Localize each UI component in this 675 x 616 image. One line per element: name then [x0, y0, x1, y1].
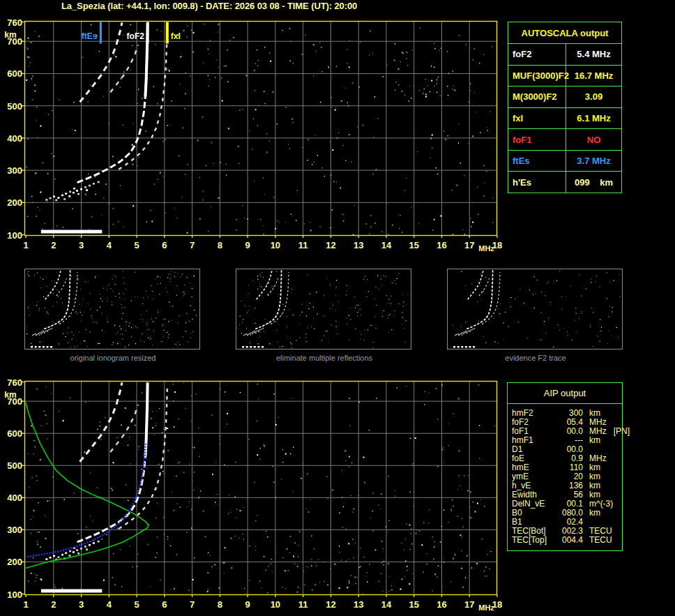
e-region-echo [57, 556, 59, 558]
y-axis-tick-200: 200 [1, 557, 22, 567]
y-axis-tick-300: 300 [1, 525, 22, 535]
x-axis-tick-11: 11 [293, 240, 314, 250]
x-axis-tick-8: 8 [209, 599, 230, 610]
x-axis-tick-8: 8 [209, 240, 230, 250]
x-axis-tick-10: 10 [265, 599, 286, 610]
e-region-echo [65, 553, 67, 555]
autoscala-output-rows: foF25.4 MHzMUF(3000)F216.7 MHzM(3000)F23… [508, 44, 621, 193]
x-axis-tick-3: 3 [71, 599, 92, 610]
x-axis-tick-15: 15 [404, 599, 425, 610]
main-ionogram-plot-area: ftEsfoF2fxI [24, 21, 497, 236]
x-axis-tick-14: 14 [376, 599, 397, 610]
autoscala-param-label: fxI [508, 108, 566, 129]
autoscala-param-value: 5.4 MHz [566, 44, 621, 65]
aip-row-TECTop: TEC[Top]004.4TECU [508, 536, 622, 545]
autoscala-row-M3000F2: M(3000)F23.09 [508, 87, 621, 108]
y-axis-tick-300: 300 [1, 165, 22, 176]
plot-border [25, 22, 497, 236]
x-axis-tick-9: 9 [237, 240, 258, 250]
e-region-echo [73, 188, 75, 190]
x-axis-tick-6: 6 [154, 240, 175, 250]
x-axis-unit-label: MHz [478, 603, 494, 612]
y-axis-tick-100: 100 [1, 230, 22, 241]
y-axis-tick-400: 400 [1, 133, 22, 144]
autoscala-row-foF1: foF1NO [508, 129, 621, 151]
autoscala-param-label: ftEs [508, 151, 566, 172]
y-axis-tick-100: 100 [1, 589, 22, 600]
e-region-echo [45, 199, 47, 201]
e-region-echo [93, 542, 95, 544]
autoscala-output-panel: AUTOSCALA output foF25.4 MHzMUF(3000)F21… [508, 22, 622, 193]
second-hop-o-trace [80, 382, 123, 461]
e-region-echo [89, 544, 91, 546]
plot-border [25, 382, 497, 595]
aip-param-unit: TECU [583, 536, 622, 545]
thumbnail-caption: eliminate multiple reflections [236, 354, 412, 362]
autoscala-param-value: NO [566, 129, 621, 150]
e-region-echo [69, 550, 71, 553]
f2-o-trace-asymptote [145, 382, 147, 456]
x-axis-tick-11: 11 [293, 599, 314, 610]
x-axis-tick-7: 7 [182, 599, 203, 610]
x-axis-tick-16: 16 [431, 240, 452, 250]
aip-output-rows: hmF2300kmfoF205.4MHzfoF100.0MHz [PN]hmF1… [508, 404, 622, 545]
thumbnail-eliminate-reflections: eliminate multiple reflections [236, 269, 411, 350]
e-region-echo [61, 554, 63, 556]
thumbnail-plot-0 [25, 269, 199, 349]
e-region-echo [68, 555, 70, 557]
thumbnail-evidence-f2-trace: evidence F2 trace [447, 269, 623, 350]
aip-row-B0: B0080.0km [508, 509, 622, 518]
y-axis-tick-500: 500 [1, 460, 22, 471]
x-axis-tick-15: 15 [404, 240, 425, 250]
autoscala-row-fxI: fxI6.1 MHz [508, 108, 621, 130]
thumbnail-caption: evidence F2 trace [448, 354, 623, 362]
e-region-echo [80, 548, 82, 550]
y-axis-tick-500: 500 [1, 101, 22, 112]
y-axis-tick-760: 760 [1, 17, 22, 28]
y-axis-tick-200: 200 [1, 197, 22, 208]
e-region-echo [77, 553, 79, 555]
autoscala-output-title: AUTOSCALA output [508, 22, 621, 44]
e-region-echo [45, 558, 47, 560]
y-axis-tick-600: 600 [1, 428, 22, 439]
aip-param-name: TEC[Top] [508, 536, 552, 545]
autoscala-param-value: 3.7 MHz [566, 151, 621, 172]
autoscala-param-label: MUF(3000)F2 [508, 66, 566, 87]
x-axis-tick-6: 6 [154, 599, 175, 610]
f2-x-trace [119, 388, 167, 529]
e-region-echo [86, 189, 88, 191]
e-region-echo [89, 185, 91, 187]
e-region-echo [84, 546, 86, 548]
y-axis-unit-label: km [0, 390, 21, 400]
marker-label-ftEs: ftEs [82, 31, 98, 41]
x-axis-tick-5: 5 [126, 240, 147, 250]
x-axis-tick-9: 9 [237, 599, 258, 610]
x-axis-tick-2: 2 [43, 599, 64, 610]
station-title: La_Spezia (lat: +44.1, lon: 009.8) - DAT… [61, 1, 357, 11]
y-axis-unit-label: km [0, 30, 21, 40]
x-axis-tick-1: 1 [15, 599, 36, 610]
autoscala-window: La_Spezia (lat: +44.1, lon: 009.8) - DAT… [0, 0, 675, 616]
aip-output-title: AIP output [508, 383, 622, 404]
x-axis-tick-7: 7 [182, 240, 203, 250]
x-axis-tick-12: 12 [320, 599, 341, 610]
e-region-echo [61, 195, 63, 197]
e-region-echo [76, 549, 78, 551]
e-region-echo [69, 191, 71, 193]
aip-row-hmF1: hmF1---km [508, 436, 622, 445]
f2-x-trace [119, 28, 167, 170]
e-region-echo [84, 186, 86, 188]
aip-param-unit: km [583, 436, 622, 445]
y-axis-tick-760: 760 [1, 377, 22, 388]
x-axis-unit-label: MHz [478, 244, 494, 253]
autoscala-param-label: h'Es [508, 172, 566, 193]
e-region-echo [73, 551, 75, 553]
e-region-echo [80, 188, 82, 190]
e-region-echo [68, 195, 70, 197]
x-axis-tick-13: 13 [348, 599, 369, 610]
autoscala-param-label: foF2 [508, 44, 566, 65]
x-axis-tick-14: 14 [376, 240, 397, 250]
e-region-echo [65, 193, 67, 195]
autoscala-param-value: 16.7 MHz [566, 66, 621, 87]
e-region-echo [55, 200, 57, 202]
